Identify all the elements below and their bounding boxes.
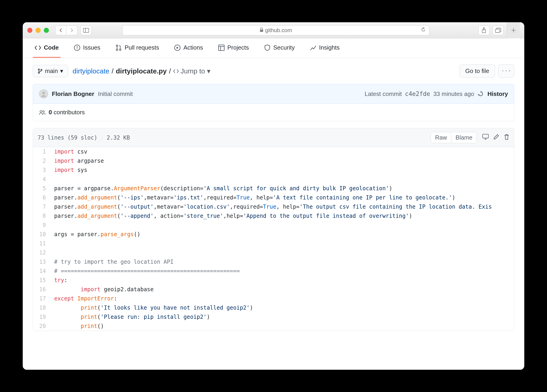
share-button[interactable] xyxy=(479,26,489,35)
forward-button[interactable] xyxy=(66,26,77,35)
line-number[interactable]: 7 xyxy=(33,202,50,211)
line-number[interactable]: 11 xyxy=(33,239,50,248)
line-number[interactable]: 2 xyxy=(33,156,50,165)
line-number[interactable]: 8 xyxy=(33,211,50,220)
file-box: 73 lines (59 sloc) 2.32 KB Raw Blame xyxy=(33,128,514,331)
line-number[interactable]: 13 xyxy=(33,257,50,267)
url-text: github.com xyxy=(265,27,292,34)
line-number[interactable]: 1 xyxy=(33,147,50,156)
code-content: parser.add_argument('--output',metavar='… xyxy=(50,202,492,211)
history-link[interactable]: History xyxy=(487,90,508,97)
back-button[interactable] xyxy=(55,26,66,35)
actions-icon xyxy=(174,45,181,51)
line-number[interactable]: 16 xyxy=(33,285,50,294)
code-line[interactable]: 4 xyxy=(33,175,514,184)
code-line[interactable]: 11 xyxy=(33,239,514,248)
blame-button[interactable]: Blame xyxy=(451,132,477,143)
code-line[interactable]: 17except ImportError: xyxy=(33,294,514,303)
code-line[interactable]: 9 xyxy=(33,220,514,230)
delete-button[interactable] xyxy=(504,134,509,142)
minimize-window-button[interactable] xyxy=(35,28,41,33)
chevron-left-icon xyxy=(59,28,63,33)
desktop-icon xyxy=(482,134,489,140)
more-options-button[interactable]: · · · xyxy=(498,64,514,78)
code-line[interactable]: 2import argparse xyxy=(33,156,514,165)
tabs-button[interactable] xyxy=(493,26,504,35)
code-line[interactable]: 18 print('It looks like you have not ins… xyxy=(33,303,514,312)
code-line[interactable]: 20 print() xyxy=(33,322,514,331)
line-number[interactable]: 3 xyxy=(33,165,50,175)
reload-button[interactable] xyxy=(421,27,426,34)
line-number[interactable]: 15 xyxy=(33,276,50,285)
code-line[interactable]: 14# ====================================… xyxy=(33,267,514,276)
breadcrumb: dirtyiplocate / dirtyiplocate.py / Jump … xyxy=(73,67,210,75)
line-number[interactable]: 5 xyxy=(33,184,50,193)
code-line[interactable]: 1import csv xyxy=(33,147,514,156)
code-line[interactable]: 12 xyxy=(33,248,514,257)
commit-sha-link[interactable]: c4e2fde xyxy=(405,90,430,97)
close-window-button[interactable] xyxy=(27,28,32,33)
code-content xyxy=(50,220,54,230)
line-number[interactable]: 12 xyxy=(33,248,50,257)
branch-select-button[interactable]: main ▾ xyxy=(33,65,68,77)
tab-code[interactable]: Code xyxy=(33,38,61,58)
tab-pull-requests[interactable]: Pull requests xyxy=(114,38,161,58)
latest-commit-label: Latest commit xyxy=(365,90,402,97)
code-line[interactable]: 6parser.add_argument('--ips',metavar='ip… xyxy=(33,193,514,202)
url-bar[interactable]: github.com xyxy=(122,25,429,35)
fullscreen-window-button[interactable] xyxy=(44,28,49,33)
line-number[interactable]: 18 xyxy=(33,303,50,312)
code-line[interactable]: 16 import geoip2.database xyxy=(33,285,514,294)
code-view[interactable]: 1import csv2import argparse3import sys45… xyxy=(33,147,514,331)
code-content: print() xyxy=(50,322,104,331)
issue-icon xyxy=(74,45,80,51)
svg-point-6 xyxy=(77,48,78,49)
caret-down-icon: ▾ xyxy=(207,67,210,75)
sidebar-toggle-button[interactable] xyxy=(81,26,92,35)
toolbar-right-group xyxy=(479,22,520,38)
commit-author[interactable]: Florian Bogner xyxy=(52,90,94,97)
line-number[interactable]: 10 xyxy=(33,230,50,239)
line-number[interactable]: 9 xyxy=(33,220,50,230)
commit-bar: Florian Bogner Initial commit Latest com… xyxy=(33,84,514,104)
commit-message[interactable]: Initial commit xyxy=(98,90,133,97)
code-content xyxy=(50,239,54,248)
raw-button[interactable]: Raw xyxy=(431,132,451,143)
code-content: parser = argparse.ArgumentParser(descrip… xyxy=(50,184,392,193)
svg-point-17 xyxy=(41,69,42,70)
breadcrumb-separator: / xyxy=(111,67,113,75)
open-desktop-button[interactable] xyxy=(482,134,489,142)
code-line[interactable]: 5parser = argparse.ArgumentParser(descri… xyxy=(33,184,514,193)
avatar[interactable] xyxy=(39,89,48,98)
file-icon-buttons xyxy=(482,134,509,142)
tab-issues[interactable]: Issues xyxy=(72,38,102,58)
safari-toolbar: github.com xyxy=(23,22,524,38)
svg-rect-12 xyxy=(219,45,224,50)
code-line[interactable]: 8parser.add_argument('--append', action=… xyxy=(33,211,514,220)
go-to-file-button[interactable]: Go to file xyxy=(460,64,495,78)
edit-button[interactable] xyxy=(493,134,499,142)
code-line[interactable]: 7parser.add_argument('--output',metavar=… xyxy=(33,202,514,211)
file-subhead: main ▾ dirtyiplocate / dirtyiplocate.py … xyxy=(23,58,524,84)
tab-projects[interactable]: Projects xyxy=(216,38,251,58)
breadcrumb-separator: / xyxy=(169,67,171,75)
line-number[interactable]: 19 xyxy=(33,312,50,322)
code-icon xyxy=(173,69,179,74)
line-number[interactable]: 4 xyxy=(33,175,50,184)
code-content: parser.add_argument('--ips',metavar='ips… xyxy=(50,193,455,202)
new-tab-button[interactable] xyxy=(507,22,520,38)
line-number[interactable]: 14 xyxy=(33,267,50,276)
code-line[interactable]: 13# try to import the geo location API xyxy=(33,257,514,267)
line-number[interactable]: 20 xyxy=(33,322,50,331)
tab-actions[interactable]: Actions xyxy=(172,38,205,58)
code-line[interactable]: 15try: xyxy=(33,276,514,285)
tab-insights[interactable]: Insights xyxy=(308,38,342,58)
line-number[interactable]: 6 xyxy=(33,193,50,202)
jump-to-menu[interactable]: Jump to ▾ xyxy=(173,67,210,75)
code-line[interactable]: 3import sys xyxy=(33,165,514,175)
line-number[interactable]: 17 xyxy=(33,294,50,303)
code-line[interactable]: 10args = parser.parse_args() xyxy=(33,230,514,239)
breadcrumb-repo-link[interactable]: dirtyiplocate xyxy=(73,67,109,75)
tab-security[interactable]: Security xyxy=(262,38,297,58)
code-line[interactable]: 19 print('Please run: pip install geoip2… xyxy=(33,312,514,322)
